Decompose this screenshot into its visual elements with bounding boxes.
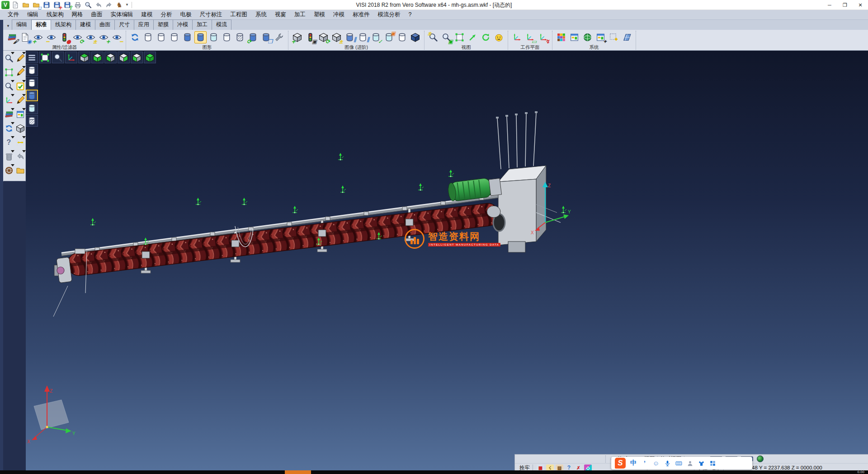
keyboard-icon[interactable] bbox=[675, 459, 682, 468]
cpl-entity-icon[interactable]: ▭ bbox=[524, 31, 536, 43]
grid-sheet-icon[interactable] bbox=[621, 31, 633, 43]
zoom-extents-icon[interactable] bbox=[453, 31, 466, 43]
view-menu-icon[interactable] bbox=[26, 52, 38, 63]
menu-dimension[interactable]: 尺寸标注 bbox=[196, 10, 226, 19]
zoom-plusminus-icon[interactable] bbox=[4, 80, 14, 93]
display-translucent[interactable] bbox=[26, 102, 38, 114]
save-icon[interactable] bbox=[42, 1, 51, 9]
toolbox-grid-icon[interactable] bbox=[709, 459, 716, 468]
solid-plusminus-icon[interactable]: ± bbox=[330, 31, 343, 43]
viewer-icon[interactable]: ♞ bbox=[115, 1, 124, 9]
viewport-window-icon[interactable] bbox=[15, 108, 26, 121]
menu-mesh[interactable]: 网格 bbox=[68, 10, 87, 19]
zoom-window-icon[interactable]: ▣ bbox=[440, 31, 453, 43]
menu-solid-edit[interactable]: 实体编辑 bbox=[107, 10, 137, 19]
menu-electrode[interactable]: 电极 bbox=[176, 10, 196, 19]
attributes-preview-icon[interactable]: ◉ bbox=[19, 31, 31, 43]
cylinder-shaded-icon[interactable] bbox=[181, 31, 193, 43]
cylinder-flat-icon[interactable] bbox=[221, 31, 233, 43]
tab-dimension[interactable]: 尺寸 bbox=[114, 19, 134, 30]
menu-drawing[interactable]: 工程图 bbox=[226, 10, 252, 19]
cube-iso-view[interactable] bbox=[144, 52, 156, 63]
confirm-check-icon[interactable] bbox=[15, 80, 26, 93]
visi-logo[interactable]: V bbox=[1, 1, 9, 9]
minimize-button[interactable]: ─ bbox=[822, 0, 837, 10]
tab-modeling[interactable]: 建模 bbox=[75, 19, 95, 30]
undo-arrow-icon[interactable] bbox=[15, 150, 26, 163]
dynamic-zoom-icon[interactable] bbox=[4, 52, 14, 65]
pan-arrow-icon[interactable] bbox=[467, 31, 479, 43]
solid-cube-icon[interactable] bbox=[15, 122, 26, 135]
cylinder-translucent-icon[interactable] bbox=[208, 31, 220, 43]
person-icon[interactable] bbox=[686, 459, 693, 468]
menu-modeling[interactable]: 建模 bbox=[137, 10, 157, 19]
taskbar-app-indicator[interactable] bbox=[285, 470, 311, 474]
globe-icon[interactable] bbox=[757, 455, 764, 462]
qat-dropdown-icon[interactable]: ▼ bbox=[125, 3, 129, 7]
solid-add-curve-icon[interactable]: + bbox=[291, 31, 303, 43]
system-config-icon[interactable] bbox=[581, 31, 594, 43]
skin-icon[interactable] bbox=[698, 459, 705, 468]
cylinder-mesh-icon[interactable] bbox=[234, 31, 246, 43]
window-select-icon[interactable] bbox=[4, 66, 14, 79]
window-settings-icon[interactable] bbox=[568, 31, 580, 43]
solid-refresh-icon[interactable]: ⟳ bbox=[317, 31, 330, 43]
cylinder-stripe2-icon[interactable]: ∥ bbox=[357, 31, 369, 43]
menu-analysis[interactable]: 分析 bbox=[157, 10, 176, 19]
zoom-solid-icon[interactable]: ± bbox=[427, 31, 439, 43]
delete-trash-icon[interactable] bbox=[4, 150, 14, 163]
display-mesh[interactable] bbox=[26, 115, 38, 127]
cylinder-dashed-icon[interactable] bbox=[168, 31, 180, 43]
solid-traffic-icon[interactable]: ▣ bbox=[304, 31, 316, 43]
lang-chinese-icon[interactable]: 中 bbox=[630, 459, 637, 468]
tab-progress[interactable]: 冲模 bbox=[173, 19, 193, 30]
cylinder-recycle-icon[interactable]: ⟳ bbox=[247, 31, 259, 43]
punctuation-icon[interactable]: ’ bbox=[641, 459, 648, 468]
cylinder-stripe-icon[interactable]: ∥ bbox=[344, 31, 356, 43]
solid-dark-icon[interactable] bbox=[409, 31, 421, 43]
edit-entity-icon[interactable] bbox=[15, 66, 26, 79]
zoom-dynamic-icon[interactable] bbox=[52, 52, 64, 63]
display-hiddenline[interactable] bbox=[26, 77, 38, 89]
tab-surface[interactable]: 曲面 bbox=[95, 19, 115, 30]
open-file-icon[interactable] bbox=[15, 164, 26, 177]
erase-entity-icon[interactable] bbox=[15, 52, 26, 65]
cylinder-check-icon[interactable]: ✓ bbox=[370, 31, 382, 43]
maximize-button[interactable]: ❐ bbox=[837, 0, 853, 10]
display-wireframe[interactable] bbox=[26, 64, 38, 76]
cpl-define-icon[interactable] bbox=[511, 31, 523, 43]
curve-edit-icon[interactable] bbox=[15, 94, 26, 107]
save-all-icon[interactable]: ⇪ bbox=[63, 1, 72, 9]
cpl-axes-icon[interactable] bbox=[4, 94, 14, 107]
tab-flow[interactable]: 模流 bbox=[212, 19, 231, 30]
undo-icon[interactable] bbox=[94, 1, 103, 9]
eye-add-icon[interactable]: + bbox=[32, 31, 44, 43]
cube-top-view[interactable] bbox=[78, 52, 90, 63]
zoom-fit-icon[interactable] bbox=[39, 52, 51, 63]
menu-edit[interactable]: 编辑 bbox=[23, 10, 42, 19]
navigator-wheel-icon[interactable] bbox=[4, 164, 14, 177]
close-button[interactable]: ✕ bbox=[853, 0, 868, 10]
eye-refresh-icon[interactable]: ⟳ bbox=[71, 31, 84, 43]
regen-icon[interactable] bbox=[129, 31, 141, 43]
cpl-axes-icon[interactable] bbox=[65, 52, 77, 63]
eye-plus-icon[interactable]: + bbox=[98, 31, 110, 43]
cylinder-clip-icon[interactable]: ▣ bbox=[383, 31, 395, 43]
sogou-logo[interactable]: S bbox=[615, 458, 626, 469]
cylinder-copy-icon[interactable]: ❐ bbox=[260, 31, 272, 43]
tab-mould[interactable]: 塑膜 bbox=[153, 19, 173, 30]
render-settings-icon[interactable] bbox=[273, 31, 285, 43]
rotate-view-icon[interactable] bbox=[480, 31, 492, 43]
menu-help[interactable]: ? bbox=[405, 10, 416, 19]
regen-refresh-icon[interactable] bbox=[4, 122, 14, 135]
cylinder-wire-icon[interactable] bbox=[396, 31, 408, 43]
new-file-icon[interactable] bbox=[11, 1, 20, 9]
viewport-canvas[interactable]: Z Y X Z Y bbox=[26, 51, 868, 471]
menu-progress[interactable]: 冲模 bbox=[329, 10, 349, 19]
color-palette-icon[interactable] bbox=[555, 31, 567, 43]
cpl-view-icon[interactable]: ↯ bbox=[537, 31, 549, 43]
menu-system[interactable]: 系统 bbox=[251, 10, 271, 19]
eye-minus-icon[interactable]: − bbox=[111, 31, 123, 43]
tab-edit[interactable]: 编辑 bbox=[12, 19, 32, 30]
cube-bottom-view[interactable] bbox=[91, 52, 104, 63]
